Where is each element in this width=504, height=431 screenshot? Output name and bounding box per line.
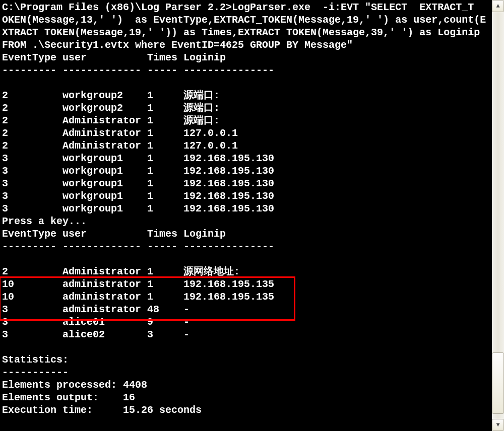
scrollbar-thumb[interactable] xyxy=(492,352,504,414)
window-frame: C:\Program Files (x86)\Log Parser 2.2>Lo… xyxy=(0,0,504,431)
scrollbar-down-button[interactable]: ▼ xyxy=(492,419,504,431)
vertical-scrollbar[interactable]: ▲ ▼ xyxy=(492,0,504,431)
chevron-down-icon: ▼ xyxy=(496,422,499,428)
terminal-content: C:\Program Files (x86)\Log Parser 2.2>Lo… xyxy=(0,0,492,431)
chevron-up-icon: ▲ xyxy=(496,3,499,9)
terminal-viewport[interactable]: C:\Program Files (x86)\Log Parser 2.2>Lo… xyxy=(0,0,492,431)
scrollbar-up-button[interactable]: ▲ xyxy=(492,0,504,12)
